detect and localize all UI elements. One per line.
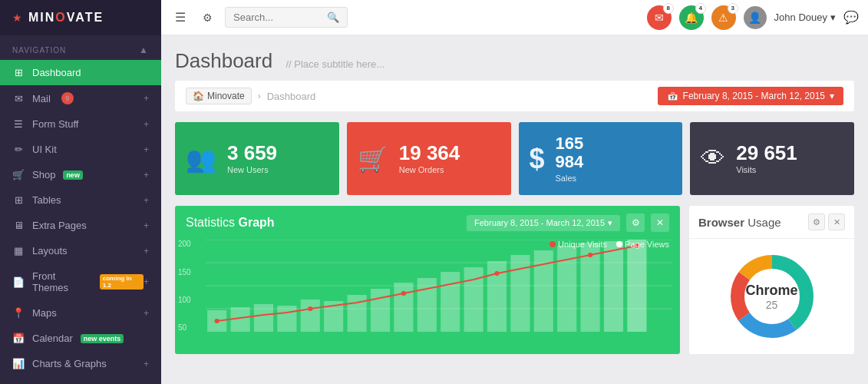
sidebar: ★ MINOVATE NAVIGATION ▲ ⊞ Dashboard ✉ Ma… [0,0,161,384]
extra-pages-icon: 🖥 [12,220,25,231]
sidebar-item-label: Dashboard [32,67,81,78]
stat-label-visits: Visits [736,165,797,174]
svg-rect-7 [277,306,296,332]
sidebar-item-maps[interactable]: 📍 Maps + [0,300,161,326]
nav-expand-icon[interactable]: + [144,144,149,155]
sidebar-item-ui-kit[interactable]: ✏ UI Kit + [0,137,161,162]
svg-point-26 [494,271,499,276]
mail-notif-icon: ✉ [655,12,664,24]
charts-icon: 📊 [12,358,25,369]
breadcrumb-left: 🏠 Minovate › Dashboard [186,88,315,104]
search-input[interactable] [233,12,322,23]
warning-notification-button[interactable]: ⚠ 3 [711,5,736,30]
nav-expand-icon[interactable]: + [144,220,149,231]
svg-rect-12 [394,283,413,332]
donut-chart: Chrome 25 [722,247,822,346]
svg-rect-10 [347,295,366,332]
bell-notification-button[interactable]: 🔔 4 [679,5,704,30]
breadcrumb-current: Dashboard [267,91,316,102]
svg-point-24 [308,306,312,311]
stat-info: 29 651 Visits [736,143,797,174]
chart-y-labels: 200 150 100 50 [178,240,191,332]
page-content: Dashboard // Place subtitle here... 🏠 Mi… [161,35,868,384]
hamburger-menu-button[interactable]: ☰ [170,7,190,28]
browser-usage-panel: Browser Usage ⚙ ✕ [689,206,854,354]
sidebar-item-label: Tables [32,194,61,206]
sidebar-item-label: Front Themes [32,270,92,293]
nav-expand-icon[interactable]: + [144,93,149,104]
sidebar-item-extra-pages[interactable]: 🖥 Extra Pages + [0,213,161,238]
visits-icon: 👁 [701,144,725,173]
uikit-icon: ✏ [12,144,25,155]
mail-notification-button[interactable]: ✉ 8 [647,5,672,30]
panel-header: Statistics Graph February 8, 2015 - Marc… [175,206,680,240]
sidebar-item-layouts[interactable]: ▦ Layouts + [0,238,161,263]
users-icon: 👥 [186,144,216,174]
statistics-graph-panel: Statistics Graph February 8, 2015 - Marc… [175,206,680,354]
nav-expand-icon[interactable]: + [144,308,149,319]
sidebar-item-dashboard[interactable]: ⊞ Dashboard [0,60,161,85]
calendar-badge: new events [81,334,124,343]
chart-settings-button[interactable]: ⚙ [626,214,645,232]
sidebar-item-charts[interactable]: 📊 Charts & Graphs + [0,351,161,376]
logo-area: ★ MINOVATE [0,0,161,35]
sidebar-item-label: Form Stuff [32,118,78,130]
settings-button[interactable]: ⚙ [198,8,217,27]
panel-controls: February 8, 2015 - March 12, 2015 ▾ ⚙ ✕ [467,214,669,232]
chevron-down-icon: ▾ [608,218,612,228]
nav-expand-icon[interactable]: + [144,195,149,206]
nav-expand-icon[interactable]: + [144,170,149,180]
sidebar-item-form-stuff[interactable]: ☰ Form Stuff + [0,111,161,137]
warning-notif-count: 3 [728,3,738,14]
svg-rect-8 [301,300,320,332]
search-icon: 🔍 [327,12,339,23]
sidebar-item-mail[interactable]: ✉ Mail 9 + [0,85,161,111]
nav-expand-icon[interactable]: + [144,119,149,130]
sidebar-item-calendar[interactable]: 📅 Calendar new events [0,326,161,351]
chat-button[interactable]: 💬 [843,10,859,25]
browser-panel-controls: ⚙ ✕ [808,214,845,230]
breadcrumb-home-link[interactable]: 🏠 Minovate [186,88,252,104]
browser-settings-button[interactable]: ⚙ [808,214,825,230]
stat-value-users: 3 659 [227,143,277,163]
avatar-icon: 👤 [748,12,761,24]
topbar-right: ✉ 8 🔔 4 ⚠ 3 👤 John Douey ▾ 💬 [647,5,859,30]
bell-notif-icon: 🔔 [685,12,698,24]
stat-info: 165984 Sales [556,134,584,183]
sidebar-item-label: Layouts [32,245,68,257]
bottom-row: Statistics Graph February 8, 2015 - Marc… [175,206,854,354]
browser-panel-title: Browser Usage [698,216,781,229]
sidebar-item-label: Shop [32,169,55,180]
sidebar-item-front-themes[interactable]: 📄 Front Themes coming in 1.2 + [0,263,161,300]
chart-close-button[interactable]: ✕ [651,214,669,232]
sidebar-item-label: Mail [32,93,51,104]
sidebar-item-label: UI Kit [32,144,57,155]
stats-row: 👥 3 659 New Users 🛒 19 364 New Orders $ … [175,122,854,195]
chart-area: Unique Visits Page Views 200 150 100 50 [175,240,680,347]
svg-rect-21 [604,241,623,332]
maps-icon: 📍 [12,307,25,319]
stat-label-sales: Sales [556,174,584,183]
date-range-picker[interactable]: 📅 February 8, 2015 - March 12, 2015 ▾ [658,87,843,105]
sidebar-item-tables[interactable]: ⊞ Tables + [0,187,161,213]
username-dropdown[interactable]: John Douey ▾ [774,12,836,23]
front-themes-badge: coming in 1.2 [100,274,144,290]
nav-collapse-btn[interactable]: ▲ [139,45,149,55]
nav-expand-icon[interactable]: + [144,276,149,287]
calendar-icon: 📅 [667,91,678,101]
sidebar-item-label: Charts & Graphs [32,358,107,369]
logo-icon: ★ [12,12,22,24]
search-box: 🔍 [225,7,348,28]
breadcrumb-bar: 🏠 Minovate › Dashboard 📅 February 8, 201… [175,81,854,111]
nav-expand-icon[interactable]: + [144,359,149,369]
nav-expand-icon[interactable]: + [144,246,149,257]
bell-notif-count: 4 [695,3,706,14]
browser-close-button[interactable]: ✕ [828,214,845,230]
chart-date-range-button[interactable]: February 8, 2015 - March 12, 2015 ▾ [467,215,620,231]
sidebar-item-shop[interactable]: 🛒 Shop new + [0,162,161,187]
svg-point-23 [215,319,219,323]
chevron-down-icon: ▾ [830,12,836,23]
sidebar-item-label: Calendar [32,333,73,344]
stat-card-sales: $ 165984 Sales [519,122,683,195]
user-avatar: 👤 [744,6,767,29]
